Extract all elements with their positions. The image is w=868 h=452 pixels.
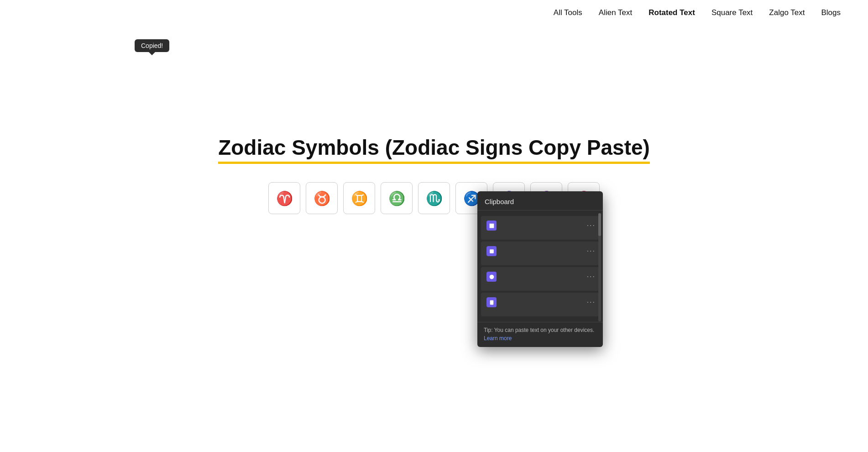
zodiac-gemini[interactable]: ♊ — [343, 182, 375, 214]
zodiac-symbols-row: ♈ ♉ ♊ ♎ ♏ ♐ ♑ ♒ ♓ Clipboard ... — [268, 182, 600, 214]
zodiac-libra[interactable]: ♎ — [381, 182, 413, 214]
clipboard-item-more-4[interactable]: ... — [587, 296, 596, 305]
clipboard-item[interactable]: ... — [481, 216, 599, 240]
nav-alien-text[interactable]: Alien Text — [599, 8, 632, 17]
clipboard-item-icon-1 — [486, 221, 497, 231]
clipboard-item-icon-2 — [486, 246, 497, 256]
page-title: Zodiac Symbols (Zodiac Signs Copy Paste) — [218, 135, 650, 164]
main-content: Zodiac Symbols (Zodiac Signs Copy Paste)… — [0, 26, 868, 214]
zodiac-scorpio[interactable]: ♏ — [418, 182, 450, 214]
clipboard-item-icon-4 — [486, 297, 497, 307]
clipboard-item[interactable]: ... — [481, 267, 599, 291]
clipboard-item[interactable]: ... — [481, 242, 599, 265]
nav-zalgo-text[interactable]: Zalgo Text — [769, 8, 805, 17]
clipboard-item-more-3[interactable]: ... — [587, 271, 596, 279]
clipboard-items[interactable]: ... ... ... — [477, 210, 603, 322]
nav-square-text[interactable]: Square Text — [711, 8, 753, 17]
copied-tooltip: Copied! — [135, 39, 169, 52]
clipboard-learn-more[interactable]: Learn more — [477, 335, 603, 347]
nav-blogs[interactable]: Blogs — [821, 8, 841, 17]
main-nav: All Tools Alien Text Rotated Text Square… — [0, 0, 868, 26]
clipboard-scroll-thumb[interactable] — [598, 213, 601, 236]
clipboard-panel: Clipboard ... ... — [477, 191, 603, 347]
clipboard-item-icon-3 — [486, 272, 497, 282]
clipboard-header: Clipboard — [477, 191, 603, 210]
clipboard-scroll-track — [598, 213, 601, 321]
clipboard-item-more-1[interactable]: ... — [587, 220, 596, 228]
svg-rect-2 — [490, 300, 493, 305]
zodiac-taurus[interactable]: ♉ — [306, 182, 338, 214]
nav-all-tools[interactable]: All Tools — [554, 8, 582, 17]
zodiac-aries[interactable]: ♈ — [268, 182, 300, 214]
clipboard-tip: Tip: You can paste text on your other de… — [477, 322, 603, 335]
clipboard-item[interactable]: ... — [481, 293, 599, 316]
nav-rotated-text[interactable]: Rotated Text — [648, 8, 695, 17]
clipboard-item-more-2[interactable]: ... — [587, 245, 596, 253]
